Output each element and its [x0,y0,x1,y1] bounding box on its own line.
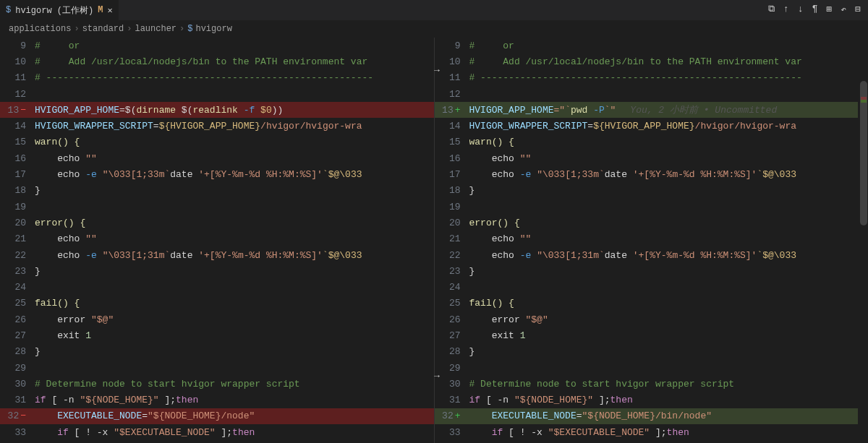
scrollbar[interactable] [858,38,868,443]
breadcrumb-item[interactable]: standard [82,24,124,34]
line-number: 16 [435,153,469,164]
line-number: 15 [435,137,469,147]
line-number: 22 [0,250,35,261]
collapse-icon[interactable]: ⊟ [855,4,861,15]
line-number: 29 [435,363,469,374]
line-number: 26 [0,314,35,325]
line-number: 17 [0,169,35,180]
chevron-right-icon: › [127,24,132,34]
line-number: 10 [435,56,469,67]
line-number: 13 [435,105,469,116]
line-number: 24 [0,282,35,293]
pilcrow-icon[interactable]: ¶ [812,4,818,15]
line-number: 30 [435,379,469,390]
tab-icon: $ [6,5,11,15]
line-number: 23 [0,266,35,277]
breadcrumb-item[interactable]: hvigorw [195,24,231,34]
line-number: 27 [435,330,469,341]
line-number: 23 [435,266,469,277]
line-number: 31 [0,395,35,405]
file-icon: $ [187,24,192,34]
line-number: 30 [0,379,35,390]
line-number: 29 [0,363,35,374]
modified-badge: M [98,5,103,15]
line-number: 28 [0,346,35,357]
added-line: 13HVIGOR_APP_HOME="`pwd -P`"You, 2 小时前 •… [435,102,869,118]
revert-icon[interactable]: ↶ [841,4,846,15]
deleted-line: 32 EXECUTABLE_NODE="${NODE_HOME}/node" [0,408,434,424]
arrow-up-icon[interactable]: ↑ [783,4,789,15]
tab-title: hvigorw (工作树) [15,4,93,17]
line-number: 18 [435,185,469,196]
line-number: 32 [0,410,35,421]
line-number: 15 [0,137,35,147]
line-number: 33 [435,427,469,438]
chevron-right-icon: › [74,24,79,34]
line-number: 17 [435,169,469,180]
line-number: 11 [0,72,35,83]
line-number: 24 [435,282,469,293]
line-number: 20 [0,218,35,228]
copy-icon[interactable]: ⧉ [768,4,775,15]
line-number: 12 [435,89,469,100]
breadcrumb-item[interactable]: applications [9,24,71,34]
deleted-line: 13HVIGOR_APP_HOME=$(dirname $(readlink -… [0,102,434,118]
line-number: 33 [0,427,35,438]
line-number: 12 [0,89,35,100]
line-number: 14 [435,121,469,132]
diff-editor: 9# or 10# Add /usr/local/nodejs/bin to t… [0,38,868,443]
editor-toolbar: ⧉ ↑ ↓ ¶ ⊞ ↶ ⊟ [768,4,861,15]
line-number: 14 [0,121,35,132]
scrollbar-thumb[interactable] [860,81,867,225]
scrollbar-diff-marker [861,100,867,103]
line-number: 20 [435,218,469,228]
close-icon[interactable]: ✕ [107,5,112,16]
diff-pane-modified[interactable]: 9# or 10# Add /usr/local/nodejs/bin to t… [435,38,869,443]
added-line: 32 EXECUTABLE_NODE="${NODE_HOME}/bin/nod… [435,408,869,424]
line-number: 22 [435,250,469,261]
editor-tab[interactable]: $ hvigorw (工作树) M ✕ [0,0,119,20]
line-number: 9 [0,40,35,51]
line-number: 13 [0,105,35,116]
map-icon[interactable]: ⊞ [827,4,833,15]
line-number: 25 [0,298,35,309]
line-number: 32 [435,410,469,421]
line-number: 28 [435,346,469,357]
chevron-right-icon: › [179,24,184,34]
line-number: 9 [435,40,469,51]
line-number: 27 [0,330,35,341]
line-number: 16 [0,153,35,164]
git-blame-annotation: You, 2 小时前 • Uncommitted [630,105,777,116]
line-number: 25 [435,298,469,309]
diff-pane-original[interactable]: 9# or 10# Add /usr/local/nodejs/bin to t… [0,38,435,443]
arrow-down-icon[interactable]: ↓ [798,4,804,15]
line-number: 19 [0,202,35,212]
tab-bar: $ hvigorw (工作树) M ✕ ⧉ ↑ ↓ ¶ ⊞ ↶ ⊟ [0,0,868,20]
line-number: 31 [435,395,469,405]
line-number: 21 [0,233,35,244]
breadcrumb: applications › standard › launcher › $ h… [0,20,868,38]
line-number: 18 [0,185,35,196]
line-number: 11 [435,72,469,83]
line-number: 10 [0,56,35,67]
line-number: 26 [435,314,469,325]
line-number: 21 [435,233,469,244]
line-number: 19 [435,202,469,212]
breadcrumb-item[interactable]: launcher [135,24,176,34]
